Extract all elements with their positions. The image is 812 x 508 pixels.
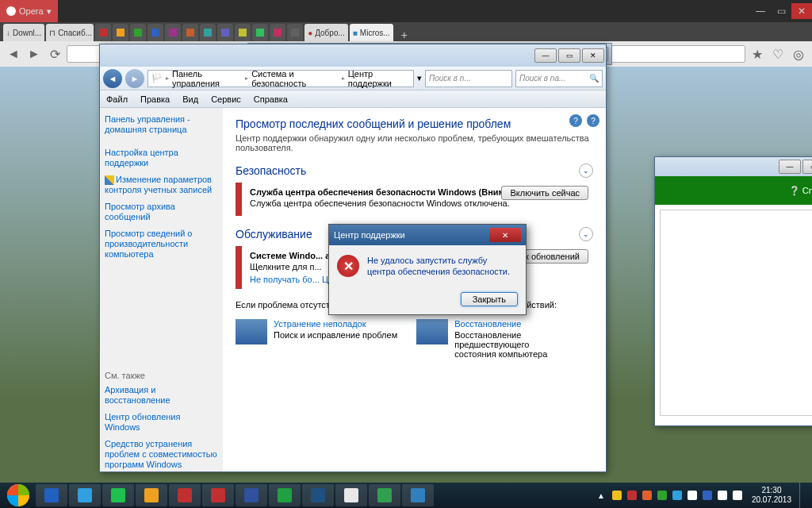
page-title: Просмотр последних сообщений и решение п…	[236, 117, 593, 130]
section-security: Безопасность ⌄	[236, 164, 593, 178]
menu-help[interactable]: Справка	[247, 94, 294, 104]
error-icon: ✕	[337, 255, 359, 277]
taskbar-item[interactable]	[269, 484, 301, 506]
bookmark-icon[interactable]: ★	[749, 45, 766, 63]
sidebar-link[interactable]: Настройка центра поддержки	[105, 148, 218, 168]
search-input[interactable]: Поиск в п...	[425, 70, 512, 87]
maximize-button[interactable]: ▭	[802, 160, 812, 174]
opera-menu-button[interactable]: Opera ▾	[0, 0, 58, 22]
maximize-button[interactable]: ▭	[771, 3, 791, 19]
taskbar-item[interactable]	[202, 484, 234, 506]
mse-header: ❔ Справка ▾	[655, 176, 812, 205]
help-icon[interactable]: ?	[587, 114, 599, 127]
taskbar-item[interactable]	[169, 484, 201, 506]
chevron-down-icon[interactable]: ⌄	[579, 164, 593, 178]
minimize-button[interactable]: —	[750, 3, 771, 19]
forward-button[interactable]: ►	[25, 45, 43, 63]
show-hidden-icon[interactable]: ▲	[595, 489, 607, 502]
restore-action[interactable]: ВосстановлениеВосстановление предшествую…	[416, 319, 565, 359]
help-icon[interactable]: ❔ Справка ▾	[789, 186, 812, 196]
action-text: Восстановление предшествующего состояния…	[454, 330, 565, 359]
shield-icon	[105, 175, 114, 185]
taskbar-item[interactable]	[369, 484, 400, 506]
forward-button[interactable]: ►	[125, 69, 144, 88]
breadcrumb-item[interactable]: Панель управления	[172, 69, 242, 88]
menu-file[interactable]: Файл	[100, 94, 134, 104]
browser-tab[interactable]: ↓Downl...	[3, 24, 44, 41]
taskbar-item[interactable]	[236, 484, 267, 506]
browser-tab-mini[interactable]	[182, 24, 198, 41]
tray-icon[interactable]	[716, 489, 729, 502]
tray-icon[interactable]	[731, 489, 744, 502]
reload-button[interactable]: ⟳	[46, 45, 63, 63]
chevron-down-icon[interactable]: ⌄	[579, 227, 593, 241]
browser-tab-mini[interactable]	[113, 24, 128, 41]
menu-view[interactable]: Вид	[176, 94, 205, 104]
dialog-titlebar[interactable]: Центр поддержки ✕	[329, 225, 526, 245]
tray-icon[interactable]	[671, 489, 684, 502]
chevron-down-icon: ▾	[47, 6, 52, 17]
browser-tab-mini[interactable]	[287, 24, 303, 41]
heart-icon[interactable]: ♡	[769, 45, 787, 63]
taskbar-item[interactable]	[402, 484, 434, 506]
sidebar-link[interactable]: Средство устранения проблем с совместимо…	[105, 439, 218, 470]
browser-tab-mini[interactable]	[217, 24, 233, 41]
minimize-button[interactable]: —	[534, 48, 557, 63]
tray-icon[interactable]	[701, 489, 714, 502]
help-icon[interactable]: ?	[569, 114, 582, 127]
back-button[interactable]: ◄	[5, 45, 22, 63]
taskbar-item[interactable]	[335, 484, 367, 506]
start-button[interactable]	[2, 483, 35, 508]
taskbar-item[interactable]	[102, 484, 134, 506]
browser-tab[interactable]: ⊓Спасиб...	[46, 24, 94, 41]
taskbar-item[interactable]	[136, 484, 167, 506]
sidebar-link[interactable]: Архивация и восстановление	[105, 385, 218, 406]
opera-label: Opera	[19, 6, 44, 16]
breadcrumb-item[interactable]: Система и безопасность	[251, 69, 339, 88]
browser-tab[interactable]: ●Добро...	[304, 24, 348, 41]
taskbar-item[interactable]	[69, 484, 101, 506]
sidebar-link[interactable]: Просмотр архива сообщений	[105, 202, 218, 222]
enable-now-button[interactable]: Включить сейчас	[501, 186, 588, 200]
tray-icon[interactable]	[611, 489, 623, 502]
tray-icon[interactable]	[686, 489, 699, 502]
monitor-icon	[236, 319, 267, 344]
browser-tab-mini[interactable]	[252, 24, 268, 41]
close-button[interactable]: ✕	[791, 3, 812, 19]
taskbar-item[interactable]	[302, 484, 334, 506]
breadcrumb[interactable]: 🏳️ ▸ Панель управления ▸ Система и безоп…	[147, 70, 414, 87]
browser-tab-mini[interactable]	[165, 24, 181, 41]
tray-icon[interactable]	[641, 489, 653, 502]
close-button[interactable]: ✕	[489, 228, 521, 242]
browser-tab-mini[interactable]	[95, 24, 111, 41]
sidebar-link[interactable]: Просмотр сведений о производительности к…	[105, 229, 218, 260]
troubleshoot-action[interactable]: Устранение неполадокПоиск и исправление …	[236, 319, 397, 359]
sidebar-home[interactable]: Панель управления - домашняя страница	[105, 114, 218, 135]
menu-edit[interactable]: Правка	[134, 94, 176, 104]
browser-tab-mini[interactable]	[270, 24, 285, 41]
sidebar-link[interactable]: Центр обновления Windows	[105, 412, 218, 433]
tray-icon[interactable]	[626, 489, 638, 502]
tray-icon[interactable]	[656, 489, 668, 502]
menu-tools[interactable]: Сервис	[205, 94, 247, 104]
browser-tab-active[interactable]: ■Micros...	[350, 24, 393, 41]
clock[interactable]: 21:30 20.07.2013	[747, 486, 796, 505]
taskbar: ▲ 21:30 20.07.2013	[0, 483, 812, 508]
close-button[interactable]: ✕	[582, 48, 604, 63]
taskbar-item[interactable]	[36, 484, 67, 506]
sidebar-link-uac[interactable]: Изменение параметров контроля учетных за…	[105, 175, 218, 195]
browser-tab-mini[interactable]	[235, 24, 251, 41]
back-button[interactable]: ◄	[103, 69, 122, 88]
browser-tab-mini[interactable]	[130, 24, 146, 41]
cp-titlebar[interactable]: — ▭ ✕	[100, 44, 606, 67]
browser-tab-mini[interactable]	[200, 24, 216, 41]
maximize-button[interactable]: ▭	[558, 48, 580, 63]
close-dialog-button[interactable]: Закрыть	[461, 292, 518, 306]
browser-tab-mini[interactable]	[147, 24, 163, 41]
breadcrumb-item[interactable]: Центр поддержки	[348, 69, 410, 88]
target-icon[interactable]: ◎	[790, 45, 807, 63]
search-input[interactable]: Поиск в па...🔍	[515, 70, 603, 87]
minimize-button[interactable]: —	[779, 160, 801, 174]
new-tab-button[interactable]: +	[395, 29, 414, 41]
show-desktop-button[interactable]	[799, 483, 807, 508]
